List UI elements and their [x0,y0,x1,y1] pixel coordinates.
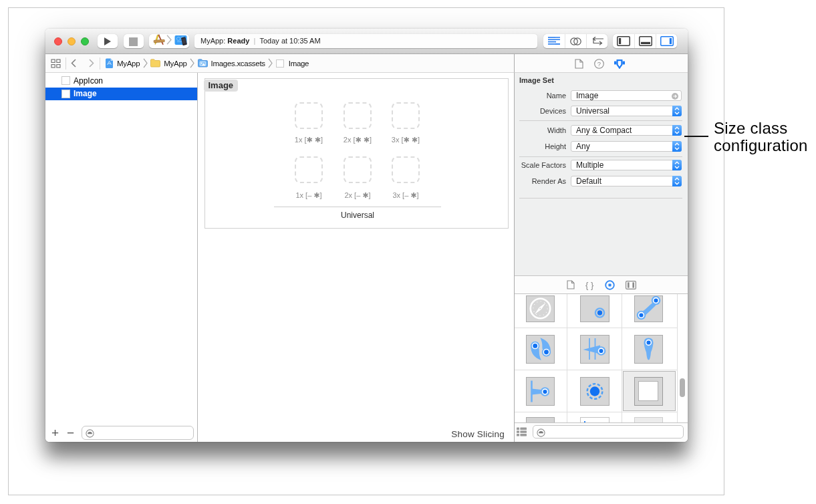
svg-text:?: ? [597,60,601,68]
